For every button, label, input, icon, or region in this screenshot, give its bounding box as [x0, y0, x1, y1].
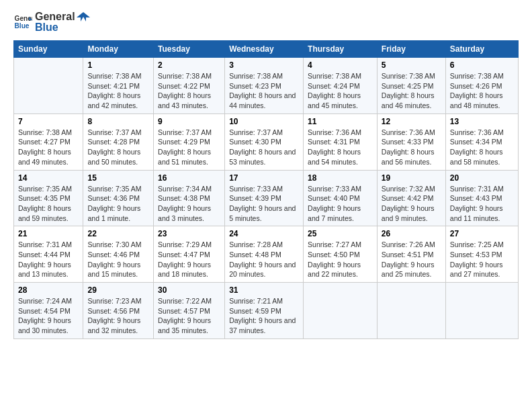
daylight-text: Daylight: 9 hours and 27 minutes.: [450, 261, 503, 279]
day-number: 5: [382, 60, 441, 70]
daylight-text: Daylight: 9 hours and 22 minutes.: [308, 261, 361, 279]
calendar-cell: 15 Sunrise: 7:35 AM Sunset: 4:36 PM Dayl…: [83, 170, 154, 226]
daylight-text: Daylight: 9 hours and 15 minutes.: [87, 261, 140, 279]
day-number: 18: [308, 173, 373, 183]
day-info: Sunrise: 7:37 AM Sunset: 4:29 PM Dayligh…: [158, 128, 220, 167]
calendar-body: 1 Sunrise: 7:38 AM Sunset: 4:21 PM Dayli…: [14, 58, 519, 339]
sunset-text: Sunset: 4:43 PM: [450, 194, 502, 202]
day-number: 10: [229, 117, 299, 126]
day-info: Sunrise: 7:24 AM Sunset: 4:54 PM Dayligh…: [18, 296, 79, 336]
sunrise-text: Sunrise: 7:27 AM: [308, 240, 361, 248]
sunset-text: Sunset: 4:30 PM: [229, 138, 281, 146]
daylight-text: Daylight: 9 hours and 3 minutes.: [158, 204, 211, 222]
logo: General Blue General Blue: [13, 11, 90, 34]
sunset-text: Sunset: 4:33 PM: [382, 138, 434, 146]
sunset-text: Sunset: 4:57 PM: [158, 307, 210, 315]
sunrise-text: Sunrise: 7:31 AM: [18, 240, 72, 248]
daylight-text: Daylight: 8 hours and 46 minutes.: [382, 91, 435, 109]
sunset-text: Sunset: 4:53 PM: [450, 250, 502, 259]
sunset-text: Sunset: 4:28 PM: [87, 138, 140, 146]
day-info: Sunrise: 7:21 AM Sunset: 4:59 PM Dayligh…: [229, 296, 299, 336]
daylight-text: Daylight: 9 hours and 13 minutes.: [18, 261, 71, 279]
day-info: Sunrise: 7:33 AM Sunset: 4:40 PM Dayligh…: [308, 184, 373, 224]
daylight-text: Daylight: 9 hours and 11 minutes.: [450, 204, 503, 222]
sunset-text: Sunset: 4:51 PM: [382, 250, 434, 259]
header-day-thursday: Thursday: [304, 41, 378, 58]
calendar-cell: 13 Sunrise: 7:36 AM Sunset: 4:34 PM Dayl…: [445, 113, 518, 170]
header-day-sunday: Sunday: [14, 41, 83, 58]
calendar-week-row: 1 Sunrise: 7:38 AM Sunset: 4:21 PM Dayli…: [14, 58, 519, 114]
header-day-saturday: Saturday: [445, 41, 518, 58]
calendar-cell: 29 Sunrise: 7:23 AM Sunset: 4:56 PM Dayl…: [83, 283, 154, 339]
day-info: Sunrise: 7:29 AM Sunset: 4:47 PM Dayligh…: [158, 240, 220, 279]
sunrise-text: Sunrise: 7:36 AM: [450, 128, 504, 136]
sunrise-text: Sunrise: 7:31 AM: [450, 185, 504, 193]
daylight-text: Daylight: 9 hours and 18 minutes.: [158, 261, 211, 279]
header-day-monday: Monday: [83, 41, 154, 58]
sunset-text: Sunset: 4:48 PM: [229, 250, 281, 259]
logo-bird-icon: [77, 12, 90, 21]
day-number: 20: [450, 173, 514, 183]
sunset-text: Sunset: 4:22 PM: [158, 82, 210, 90]
calendar-cell: 6 Sunrise: 7:38 AM Sunset: 4:26 PM Dayli…: [445, 58, 518, 114]
day-number: 8: [87, 117, 149, 126]
daylight-text: Daylight: 9 hours and 5 minutes.: [229, 204, 296, 222]
day-info: Sunrise: 7:37 AM Sunset: 4:28 PM Dayligh…: [87, 128, 149, 167]
calendar-table: SundayMondayTuesdayWednesdayThursdayFrid…: [13, 40, 519, 339]
calendar-cell: 18 Sunrise: 7:33 AM Sunset: 4:40 PM Dayl…: [304, 170, 378, 226]
sunset-text: Sunset: 4:29 PM: [158, 138, 210, 146]
daylight-text: Daylight: 8 hours and 59 minutes.: [18, 204, 71, 222]
day-info: Sunrise: 7:22 AM Sunset: 4:57 PM Dayligh…: [158, 296, 220, 336]
daylight-text: Daylight: 9 hours and 32 minutes.: [87, 316, 140, 334]
sunrise-text: Sunrise: 7:33 AM: [229, 185, 283, 193]
day-info: Sunrise: 7:35 AM Sunset: 4:36 PM Dayligh…: [87, 184, 149, 224]
sunrise-text: Sunrise: 7:38 AM: [229, 72, 283, 80]
calendar-cell: 2 Sunrise: 7:38 AM Sunset: 4:22 PM Dayli…: [154, 58, 225, 114]
day-info: Sunrise: 7:26 AM Sunset: 4:51 PM Dayligh…: [382, 240, 441, 279]
day-info: Sunrise: 7:37 AM Sunset: 4:30 PM Dayligh…: [229, 128, 299, 167]
sunrise-text: Sunrise: 7:30 AM: [87, 240, 141, 248]
calendar-cell: 23 Sunrise: 7:29 AM Sunset: 4:47 PM Dayl…: [154, 226, 225, 283]
calendar-cell: 3 Sunrise: 7:38 AM Sunset: 4:23 PM Dayli…: [225, 58, 304, 114]
daylight-text: Daylight: 8 hours and 44 minutes.: [229, 91, 296, 109]
calendar-cell: 11 Sunrise: 7:36 AM Sunset: 4:31 PM Dayl…: [304, 113, 378, 170]
calendar-cell: 4 Sunrise: 7:38 AM Sunset: 4:24 PM Dayli…: [304, 58, 378, 114]
daylight-text: Daylight: 9 hours and 7 minutes.: [308, 204, 361, 222]
daylight-text: Daylight: 9 hours and 9 minutes.: [382, 204, 435, 222]
sunrise-text: Sunrise: 7:21 AM: [229, 297, 283, 305]
day-number: 19: [382, 173, 441, 183]
calendar-cell: 25 Sunrise: 7:27 AM Sunset: 4:50 PM Dayl…: [304, 226, 378, 283]
sunset-text: Sunset: 4:38 PM: [158, 194, 210, 202]
calendar-cell: 10 Sunrise: 7:37 AM Sunset: 4:30 PM Dayl…: [225, 113, 304, 170]
calendar-cell: 19 Sunrise: 7:32 AM Sunset: 4:42 PM Dayl…: [377, 170, 445, 226]
day-number: 23: [158, 229, 220, 238]
sunrise-text: Sunrise: 7:32 AM: [382, 185, 435, 193]
calendar-cell: 12 Sunrise: 7:36 AM Sunset: 4:33 PM Dayl…: [377, 113, 445, 170]
calendar-cell: 14 Sunrise: 7:35 AM Sunset: 4:35 PM Dayl…: [14, 170, 83, 226]
calendar-cell: 21 Sunrise: 7:31 AM Sunset: 4:44 PM Dayl…: [14, 226, 83, 283]
sunset-text: Sunset: 4:26 PM: [450, 82, 502, 90]
day-number: 4: [308, 60, 373, 70]
calendar-cell: 20 Sunrise: 7:31 AM Sunset: 4:43 PM Dayl…: [445, 170, 518, 226]
sunset-text: Sunset: 4:23 PM: [229, 82, 281, 90]
logo-icon: General Blue: [13, 13, 32, 32]
day-info: Sunrise: 7:27 AM Sunset: 4:50 PM Dayligh…: [308, 240, 373, 279]
calendar-cell: 7 Sunrise: 7:38 AM Sunset: 4:27 PM Dayli…: [14, 113, 83, 170]
sunrise-text: Sunrise: 7:26 AM: [382, 240, 435, 248]
sunrise-text: Sunrise: 7:35 AM: [18, 185, 72, 193]
sunrise-text: Sunrise: 7:37 AM: [87, 128, 141, 136]
day-info: Sunrise: 7:36 AM Sunset: 4:33 PM Dayligh…: [382, 128, 441, 167]
sunrise-text: Sunrise: 7:22 AM: [158, 297, 212, 305]
calendar-week-row: 21 Sunrise: 7:31 AM Sunset: 4:44 PM Dayl…: [14, 226, 519, 283]
calendar-cell: 17 Sunrise: 7:33 AM Sunset: 4:39 PM Dayl…: [225, 170, 304, 226]
daylight-text: Daylight: 8 hours and 49 minutes.: [18, 148, 71, 166]
sunrise-text: Sunrise: 7:24 AM: [18, 297, 72, 305]
day-number: 2: [158, 60, 220, 70]
day-number: 1: [87, 60, 149, 70]
daylight-text: Daylight: 8 hours and 45 minutes.: [308, 91, 361, 109]
calendar-cell: 27 Sunrise: 7:25 AM Sunset: 4:53 PM Dayl…: [445, 226, 518, 283]
day-info: Sunrise: 7:28 AM Sunset: 4:48 PM Dayligh…: [229, 240, 299, 279]
day-number: 24: [229, 229, 299, 238]
sunrise-text: Sunrise: 7:36 AM: [308, 128, 361, 136]
sunrise-text: Sunrise: 7:29 AM: [158, 240, 212, 248]
